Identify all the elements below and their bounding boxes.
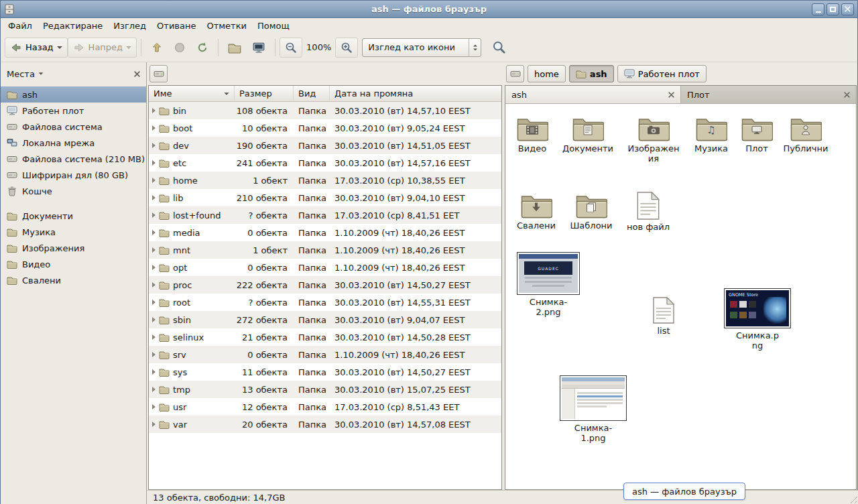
- table-row[interactable]: media0 обектаПапка1.10.2009 (чт) 18,40,2…: [149, 224, 501, 241]
- sidebar-item-pictures[interactable]: Изображения: [1, 240, 146, 256]
- expander-icon[interactable]: [152, 282, 156, 288]
- home-button[interactable]: [223, 38, 247, 58]
- sidebar-item-ash[interactable]: ash: [1, 86, 146, 103]
- table-row[interactable]: dev190 обектаПапка30.03.2010 (вт) 14,51,…: [149, 137, 501, 154]
- file-item-new-file[interactable]: нов файл: [621, 192, 675, 233]
- menu-go[interactable]: Отиване: [151, 19, 201, 32]
- back-button[interactable]: Назад: [5, 38, 68, 58]
- column-header-type[interactable]: Вид: [294, 86, 330, 101]
- sidebar-item-trash[interactable]: Кошче: [1, 183, 146, 199]
- table-row[interactable]: boot10 обектаПапка30.03.2010 (вт) 9,05,2…: [149, 119, 501, 137]
- tab-ash[interactable]: ash: [505, 86, 681, 103]
- expander-icon[interactable]: [152, 230, 156, 235]
- expander-icon[interactable]: [152, 247, 156, 253]
- menu-file[interactable]: Файл: [3, 19, 38, 32]
- expander-icon[interactable]: [152, 369, 156, 375]
- table-row[interactable]: tmp13 обектаПапка30.03.2010 (вт) 15,07,2…: [149, 381, 501, 398]
- resize-grip[interactable]: [849, 495, 857, 503]
- search-button[interactable]: [487, 38, 511, 58]
- breadcrumb-desktop-button[interactable]: Работен плот: [617, 65, 707, 82]
- expander-icon[interactable]: [152, 178, 156, 183]
- table-row[interactable]: sys11 обектаПапка30.03.2010 (вт) 14,50,2…: [149, 363, 501, 381]
- forward-button[interactable]: Напред: [68, 38, 137, 58]
- image-item-snimka-1[interactable]: Снимка-1.png: [556, 375, 630, 444]
- menu-view[interactable]: Изглед: [108, 19, 151, 32]
- table-row[interactable]: selinux21 обектаПапка30.03.2010 (вт) 14,…: [149, 328, 501, 346]
- view-mode-select[interactable]: Изглед като икони: [362, 38, 481, 57]
- table-row[interactable]: opt0 обектаПапка1.10.2009 (чт) 18,40,26 …: [149, 259, 501, 276]
- breadcrumb-root-button[interactable]: [506, 65, 524, 82]
- sidebar-item-filesystem-210mb[interactable]: Файлова система (210 MB): [1, 151, 146, 167]
- expander-icon[interactable]: [152, 195, 156, 200]
- menu-bookmarks[interactable]: Отметки: [201, 19, 251, 32]
- expander-icon[interactable]: [152, 422, 156, 427]
- folder-item-public[interactable]: Публични: [779, 116, 833, 154]
- reload-button[interactable]: [191, 38, 214, 58]
- expander-icon[interactable]: [152, 108, 156, 113]
- table-row[interactable]: bin108 обектаПапка30.03.2010 (вт) 14,57,…: [149, 102, 501, 119]
- column-header-size[interactable]: Размер: [235, 86, 294, 101]
- list-body[interactable]: bin108 обектаПапка30.03.2010 (вт) 14,57,…: [149, 102, 501, 489]
- folder-item-video[interactable]: Видео: [505, 116, 559, 154]
- sidebar-item-filesystem[interactable]: Файлова система: [1, 119, 146, 135]
- table-row[interactable]: mnt1 обектПапка1.10.2009 (чт) 18,40,26 E…: [149, 241, 501, 259]
- tab-close-button[interactable]: [844, 92, 850, 98]
- image-item-snimka[interactable]: GNOME Store Снимка.png: [721, 288, 794, 351]
- zoom-out-button[interactable]: [280, 38, 302, 58]
- view-mode-spinner[interactable]: [469, 39, 481, 56]
- sidebar-item-documents[interactable]: Документи: [1, 208, 146, 224]
- close-button[interactable]: [841, 3, 854, 15]
- table-row[interactable]: etc241 обектаПапка30.03.2010 (вт) 14,57,…: [149, 154, 501, 172]
- table-row[interactable]: sbin272 обектаПапка30.03.2010 (вт) 9,04,…: [149, 311, 501, 328]
- table-row[interactable]: lost+found? обектаПапка17.03.2010 (ср) 8…: [149, 206, 501, 224]
- column-header-modified[interactable]: Дата на промяна: [330, 86, 501, 101]
- sidebar-close-button[interactable]: [134, 71, 140, 77]
- expander-icon[interactable]: [152, 317, 156, 322]
- expander-icon[interactable]: [152, 387, 156, 392]
- computer-button[interactable]: [247, 38, 271, 58]
- table-row[interactable]: srv0 обектаПапка1.10.2009 (чт) 18,40,26 …: [149, 346, 501, 363]
- expander-icon[interactable]: [152, 212, 156, 218]
- image-item-snimka-2[interactable]: GUADEC Снимка-2.png: [511, 252, 585, 318]
- sidebar-item-encrypted-80gb[interactable]: Шифриран дял (80 GB): [1, 167, 146, 183]
- folder-item-downloads[interactable]: Свалени: [509, 193, 563, 231]
- sidebar-item-music[interactable]: Музика: [1, 224, 146, 240]
- table-row[interactable]: proc222 обектаПапка30.03.2010 (вт) 14,50…: [149, 276, 501, 294]
- chevron-down-icon[interactable]: [39, 72, 44, 74]
- expander-icon[interactable]: [152, 300, 156, 305]
- tab-close-button[interactable]: [668, 92, 674, 98]
- sidebar-item-desktop[interactable]: Работен плот: [1, 103, 146, 119]
- sidebar-title[interactable]: Места: [7, 69, 35, 79]
- titlebar[interactable]: ash — файлов браузър: [1, 1, 857, 18]
- menu-edit[interactable]: Редактиране: [38, 19, 108, 32]
- expander-icon[interactable]: [152, 125, 156, 131]
- folder-item-pictures[interactable]: Изображения: [627, 116, 680, 164]
- expander-icon[interactable]: [152, 143, 156, 148]
- sidebar-item-downloads[interactable]: Свалени: [1, 272, 146, 288]
- breadcrumb-ash-button[interactable]: ash: [569, 65, 614, 82]
- table-row[interactable]: root? обектаПапка30.03.2010 (вт) 14,55,3…: [149, 294, 501, 311]
- expander-icon[interactable]: [152, 404, 156, 410]
- location-toggle-button[interactable]: [149, 65, 168, 82]
- sidebar-item-video[interactable]: Видео: [1, 256, 146, 272]
- stop-button[interactable]: [168, 38, 191, 58]
- table-row[interactable]: lib210 обектаПапка30.03.2010 (вт) 9,04,1…: [149, 189, 501, 206]
- table-row[interactable]: usr12 обектаПапка17.03.2010 (ср) 8,51,43…: [149, 398, 501, 416]
- zoom-in-button[interactable]: [335, 38, 358, 58]
- folder-item-desktop[interactable]: Плот: [730, 116, 784, 154]
- sidebar-item-network[interactable]: Локална мрежа: [1, 135, 146, 151]
- table-row[interactable]: home1 обектПапка17.03.2010 (ср) 10,38,55…: [149, 172, 501, 189]
- folder-item-documents[interactable]: Документи: [561, 116, 615, 154]
- expander-icon[interactable]: [152, 334, 156, 340]
- folder-item-templates[interactable]: Шаблони: [564, 193, 618, 231]
- menu-help[interactable]: Помощ: [252, 19, 295, 32]
- icon-view[interactable]: Видео Документи Изображения: [505, 104, 856, 489]
- file-item-list[interactable]: list: [637, 297, 690, 336]
- expander-icon[interactable]: [152, 160, 156, 166]
- up-button[interactable]: [145, 38, 168, 58]
- expander-icon[interactable]: [152, 352, 156, 357]
- table-row[interactable]: var20 обектаПапка30.03.2010 (вт) 14,57,0…: [149, 416, 501, 433]
- column-header-name[interactable]: Име: [149, 86, 235, 101]
- minimize-button[interactable]: [812, 3, 824, 15]
- maximize-button[interactable]: [826, 3, 839, 15]
